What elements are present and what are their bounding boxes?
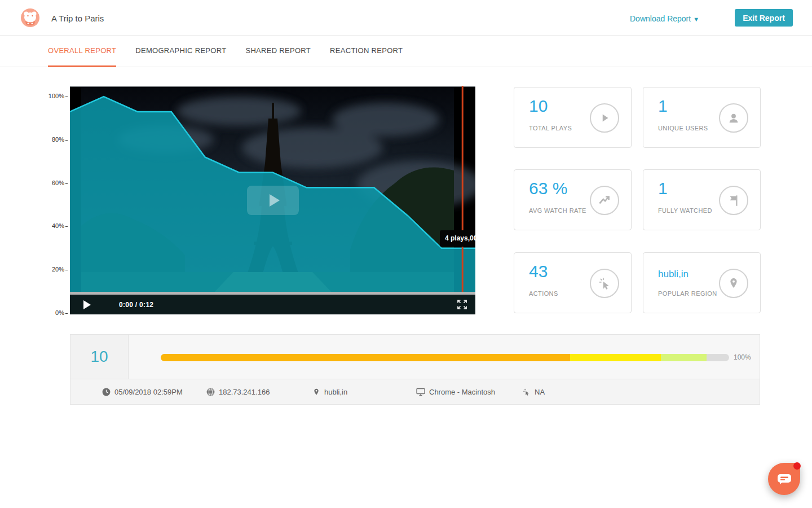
y-tick: 100% [48, 93, 68, 99]
play-icon [590, 103, 619, 133]
watch-progress-bar [161, 354, 729, 361]
time-display: 0:00 / 0:12 [119, 301, 153, 309]
stat-label: FULLY WATCHED [658, 207, 712, 214]
notification-dot [793, 462, 801, 470]
y-tick: 0% [55, 309, 68, 316]
trend-icon [590, 186, 619, 215]
click-icon [522, 388, 531, 396]
stat-card-popular-region: hubli,in POPULAR REGION [643, 252, 761, 313]
video-player[interactable]: 4 plays,00: 0:00 / 0:12 [70, 86, 475, 314]
tab-overall-report[interactable]: OVERALL REPORT [48, 36, 116, 67]
stat-card-fully-watched: 1 FULLY WATCHED [643, 169, 761, 230]
detail-ip-address: 182.73.241.166 [206, 379, 270, 405]
stat-label: ACTIONS [529, 290, 558, 297]
exit-report-button[interactable]: Exit Report [735, 9, 793, 27]
watch-progress-label: 100% [734, 353, 751, 361]
detail-browser-os: Chrome - Macintosh [416, 379, 495, 405]
tab-shared-report[interactable]: SHARED REPORT [245, 36, 311, 67]
stat-value: 1 [658, 179, 668, 198]
play-button[interactable] [83, 300, 91, 309]
pin-icon [719, 269, 748, 298]
video-controls: 0:00 / 0:12 [70, 295, 475, 314]
detail-action: NA [522, 379, 545, 405]
globe-icon [206, 388, 215, 396]
stat-label: TOTAL PLAYS [529, 125, 572, 132]
click-icon [590, 269, 619, 298]
y-tick: 20% [52, 266, 68, 273]
chat-bubble-icon [777, 474, 792, 485]
hippo-logo-icon [21, 8, 39, 27]
play-count: 10 [70, 335, 128, 379]
report-tabbar: OVERALL REPORT DEMOGRAPHIC REPORT SHARED… [0, 36, 812, 67]
chevron-down-icon: ▼ [693, 16, 699, 23]
stat-card-unique-users: 1 UNIQUE USERS [643, 87, 761, 148]
detail-location: hubli,in [312, 379, 347, 405]
stat-value: 1 [658, 97, 668, 116]
main-content: 100% 80% 60% 40% 20% 0% [0, 67, 812, 508]
stat-value: 63 % [529, 179, 567, 198]
stat-label: AVG WATCH RATE [529, 207, 586, 214]
fullscreen-icon[interactable] [457, 299, 467, 310]
clock-icon [102, 388, 111, 396]
chart-tooltip: 4 plays,00: [440, 230, 475, 247]
tab-reaction-report[interactable]: REACTION REPORT [330, 36, 403, 67]
stat-value: hubli,in [658, 269, 689, 280]
play-details-row: 05/09/2018 02:59PM 182.73.241.166 hubli,… [70, 379, 760, 404]
stat-card-avg-watch-rate: 63 % AVG WATCH RATE [514, 169, 632, 230]
app-header: A Trip to Paris Download Report▼ Exit Re… [0, 0, 812, 36]
progress-segment [661, 354, 707, 361]
y-tick: 40% [52, 222, 68, 229]
page-title: A Trip to Paris [51, 14, 104, 23]
y-tick: 60% [52, 179, 68, 186]
stat-card-actions: 43 ACTIONS [514, 252, 632, 313]
pin-icon [312, 388, 320, 396]
chart-y-axis: 100% 80% 60% 40% 20% 0% [0, 86, 68, 314]
flag-icon [719, 186, 748, 215]
monitor-icon [416, 388, 425, 396]
big-play-button[interactable] [247, 186, 299, 215]
stat-label: UNIQUE USERS [658, 125, 708, 132]
play-count-cell: 10 [70, 335, 129, 379]
stat-card-total-plays: 10 TOTAL PLAYS [514, 87, 632, 148]
download-report-link[interactable]: Download Report▼ [630, 14, 699, 23]
play-icon [270, 194, 280, 207]
progress-segment [161, 354, 570, 361]
progress-segment [570, 354, 661, 361]
stat-value: 43 [529, 262, 548, 281]
detail-timestamp: 05/09/2018 02:59PM [102, 379, 183, 405]
plays-breakdown-panel: 10 100% 05/09/2018 02:59PM 182.73.241.16… [70, 334, 760, 405]
y-tick: 80% [52, 136, 68, 143]
stat-value: 10 [529, 97, 548, 116]
chat-widget-button[interactable] [768, 463, 800, 495]
user-icon [719, 103, 748, 133]
stat-label: POPULAR REGION [658, 290, 717, 297]
tab-demographic-report[interactable]: DEMOGRAPHIC REPORT [135, 36, 226, 67]
